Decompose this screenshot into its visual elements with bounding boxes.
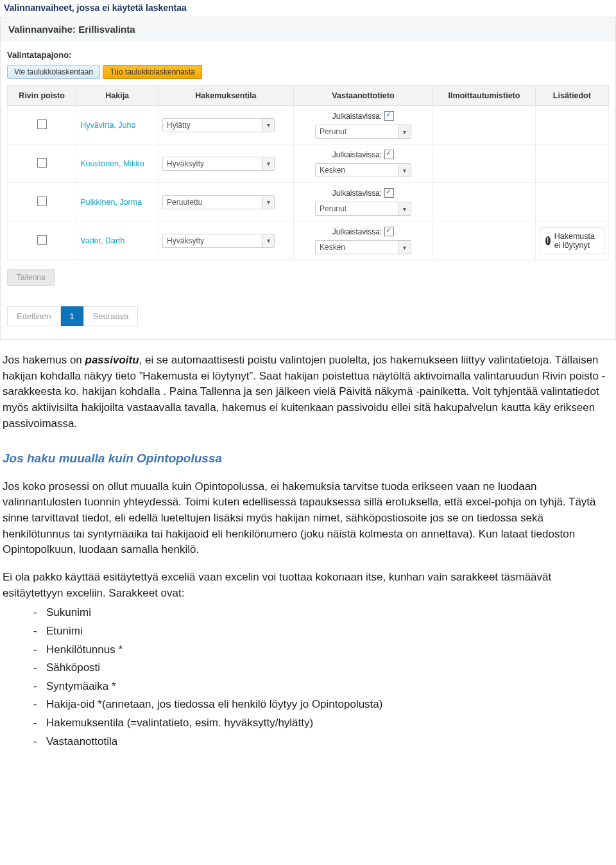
table-row: Hyvävirta, Juho Hylätty ▾ Julkaistavissa… (8, 106, 609, 144)
applicants-table: Rivin poisto Hakija Hakemuksentila Vasta… (7, 85, 609, 260)
receive-select[interactable]: Perunut ▾ (315, 125, 411, 139)
col-receive: Vastaanottotieto (293, 86, 432, 106)
status-select[interactable]: Peruutettu ▾ (162, 195, 275, 209)
text: Jos hakemus on (3, 354, 85, 366)
col-enroll: Ilmoittautumistieto (433, 86, 536, 106)
status-value: Hyväksytty (167, 159, 204, 168)
chevron-down-icon: ▾ (262, 119, 274, 132)
pager: Edellinen1Seuraava (1, 297, 615, 339)
list-item: Sähköposti (33, 660, 613, 676)
publish-label: Julkaistavissa: (332, 189, 382, 198)
pager-next[interactable]: Seuraava (83, 306, 139, 326)
paragraph-2: Jos koko prosessi on ollut muualla kuin … (3, 479, 613, 558)
status-select[interactable]: Hyväksytty ▾ (162, 157, 275, 171)
chevron-down-icon: ▾ (262, 157, 274, 170)
publish-label: Julkaistavissa: (332, 112, 382, 121)
phase-panel: Valinnanvaihe: Erillisvalinta Valintatap… (0, 17, 616, 340)
receive-select[interactable]: Perunut ▾ (315, 202, 411, 216)
publish-checkbox[interactable] (384, 150, 394, 159)
chevron-down-icon: ▾ (398, 164, 411, 177)
applicant-link[interactable]: Kuustonen, Mikko (80, 159, 144, 168)
table-row: Kuustonen, Mikko Hyväksytty ▾ Julkaistav… (8, 144, 609, 183)
list-item: Hakemuksentila (=valintatieto, esim. hyv… (33, 715, 613, 731)
columns-list: Sukunimi Etunimi Henkilötunnus * Sähköpo… (3, 605, 613, 749)
status-value: Hylätty (167, 121, 191, 130)
list-item: Henkilötunnus * (33, 642, 613, 658)
col-status: Hakemuksentila (158, 86, 294, 106)
pager-prev[interactable]: Edellinen (7, 306, 61, 326)
table-row: Pulkkinen, Jorma Peruutettu ▾ Julkaistav… (8, 183, 609, 222)
receive-select[interactable]: Kesken ▾ (315, 163, 411, 177)
emphasis-passivoitu: passivoitu (85, 354, 139, 366)
row-delete-checkbox[interactable] (37, 119, 47, 129)
info-text: Hakemusta ei löytynyt (554, 232, 599, 250)
import-button[interactable]: Tuo taulukkolaskennasta (103, 65, 201, 79)
chevron-down-icon: ▾ (398, 125, 411, 138)
section-title: Valinnanvaiheet, jossa ei käytetä lasken… (0, 0, 616, 17)
publish-label: Julkaistavissa: (332, 227, 382, 236)
chevron-down-icon: ▾ (398, 202, 411, 215)
receive-value: Kesken (320, 166, 345, 175)
publish-checkbox[interactable] (384, 111, 394, 121)
paragraph-1: Jos hakemus on passivoitu, ei se automaa… (3, 353, 613, 432)
info-icon: ! (545, 236, 551, 245)
receive-value: Perunut (320, 204, 346, 213)
status-select[interactable]: Hylätty ▾ (162, 118, 275, 132)
heading-elsewhere: Jos haku muualla kuin Opintopolussa (3, 450, 613, 467)
list-item: Hakija-oid *(annetaan, jos tiedossa eli … (33, 697, 613, 713)
phase-title: Valinnanvaihe: Erillisvalinta (1, 17, 615, 41)
applicant-link[interactable]: Hyvävirta, Juho (80, 121, 135, 130)
chevron-down-icon: ▾ (398, 241, 411, 254)
row-delete-checkbox[interactable] (37, 158, 47, 168)
chevron-down-icon: ▾ (262, 234, 274, 247)
save-button[interactable]: Tallenna (7, 269, 55, 286)
publish-checkbox[interactable] (384, 188, 394, 198)
row-delete-checkbox[interactable] (37, 197, 47, 206)
paragraph-3: Ei ola pakko käyttää esitäytettyä exceli… (3, 570, 613, 601)
receive-value: Kesken (320, 243, 345, 252)
document-body: Jos hakemus on passivoitu, ei se automaa… (0, 340, 616, 778)
col-info: Lisätiedot (535, 86, 608, 106)
status-select[interactable]: Hyväksytty ▾ (162, 234, 275, 248)
col-delete: Rivin poisto (8, 86, 76, 106)
publish-label: Julkaistavissa: (332, 150, 382, 159)
export-button[interactable]: Vie taulukkolaskentaan (7, 65, 100, 79)
receive-value: Perunut (320, 127, 346, 136)
row-delete-checkbox[interactable] (37, 235, 47, 245)
list-item: Etunimi (33, 624, 613, 640)
queue-label: Valintatapajono: (7, 50, 609, 60)
pager-page-1[interactable]: 1 (61, 306, 83, 326)
status-value: Peruutettu (167, 198, 202, 207)
receive-select[interactable]: Kesken ▾ (315, 240, 411, 254)
info-badge: ! Hakemusta ei löytynyt (540, 227, 604, 254)
applicant-link[interactable]: Vader, Darth (80, 236, 124, 245)
list-item: Syntymäaika * (33, 679, 613, 695)
publish-checkbox[interactable] (384, 227, 394, 236)
list-item: Sukunimi (33, 605, 613, 621)
col-applicant: Hakija (76, 86, 158, 106)
status-value: Hyväksytty (167, 236, 204, 245)
table-row: Vader, Darth Hyväksytty ▾ Julkaistavissa… (8, 222, 609, 260)
list-item: Vastaanottotila (33, 734, 613, 750)
applicant-link[interactable]: Pulkkinen, Jorma (80, 198, 142, 207)
chevron-down-icon: ▾ (262, 196, 274, 209)
